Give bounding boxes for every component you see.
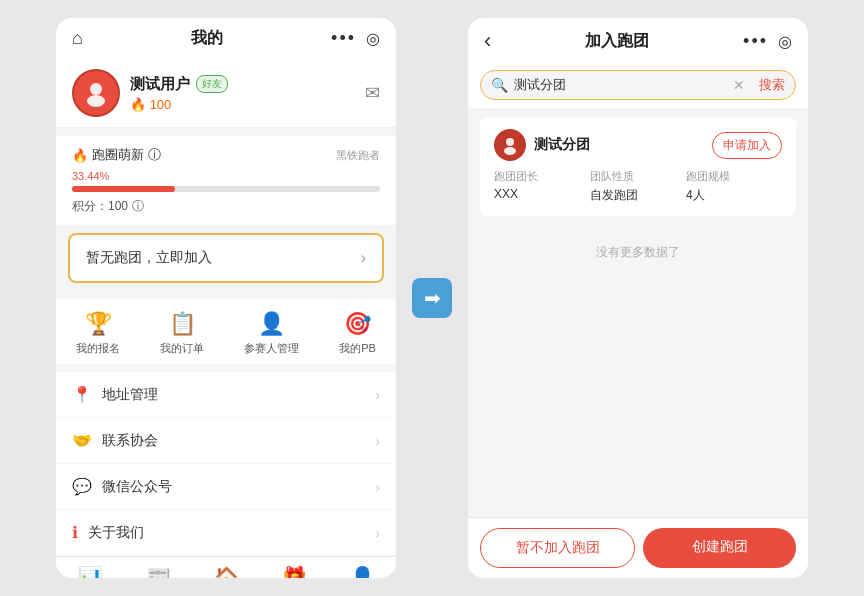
svg-point-1 bbox=[87, 95, 105, 107]
progress-bar-fill bbox=[72, 186, 175, 192]
my-orders[interactable]: 📋 我的订单 bbox=[160, 311, 204, 356]
left-title: 我的 bbox=[191, 28, 223, 49]
no-more-data: 没有更多数据了 bbox=[468, 244, 808, 261]
svg-point-2 bbox=[506, 138, 514, 146]
goods-icon: 🎁 bbox=[282, 565, 307, 578]
right-title: 加入跑团 bbox=[585, 31, 649, 52]
left-top-bar: ⌂ 我的 ••• ◎ bbox=[56, 18, 396, 57]
about-label: 关于我们 bbox=[88, 524, 144, 542]
nav-news[interactable]: 📰 资讯 bbox=[146, 565, 171, 578]
progress-bar-bg bbox=[72, 186, 380, 192]
back-icon[interactable]: ‹ bbox=[484, 28, 491, 54]
result-card: 测试分团 申请加入 跑团团长 XXX 团队性质 自发跑团 跑团规模 4人 bbox=[480, 117, 796, 216]
search-button[interactable]: 搜索 bbox=[759, 76, 785, 94]
friend-badge: 好友 bbox=[196, 75, 228, 93]
avatar[interactable] bbox=[72, 69, 120, 117]
svg-point-3 bbox=[504, 147, 516, 155]
my-pb[interactable]: 🎯 我的PB bbox=[339, 311, 376, 356]
arrow-icon-1: › bbox=[375, 433, 380, 449]
about-us[interactable]: ℹ 关于我们 › bbox=[56, 510, 396, 556]
right-top-bar: ‹ 加入跑团 ••• ◎ bbox=[468, 18, 808, 62]
profile-section: 测试用户 好友 🔥 100 ✉ bbox=[56, 57, 396, 128]
contact-label: 联系协会 bbox=[102, 432, 158, 450]
wechat-label: 微信公众号 bbox=[102, 478, 172, 496]
score-info-icon: ⓘ bbox=[132, 198, 144, 215]
nav-home-icon: 🏠 bbox=[214, 565, 239, 578]
running-sub: 黑铁跑者 bbox=[336, 148, 380, 163]
detail-col-2: 跑团规模 4人 bbox=[686, 169, 782, 204]
points-icon: 🔥 bbox=[130, 97, 146, 112]
home-icon[interactable]: ⌂ bbox=[72, 28, 83, 49]
right-target-icon[interactable]: ◎ bbox=[778, 32, 792, 51]
left-screen: ⌂ 我的 ••• ◎ 测试用户 好友 bbox=[56, 18, 396, 578]
clipboard-icon: 📋 bbox=[169, 311, 196, 337]
join-group-arrow: › bbox=[361, 249, 366, 267]
handshake-icon: 🤝 bbox=[72, 431, 92, 450]
detail-value-0: XXX bbox=[494, 187, 590, 201]
profile-points: 🔥 100 bbox=[130, 97, 228, 112]
arrow-icon-0: › bbox=[375, 387, 380, 403]
address-management[interactable]: 📍 地址管理 › bbox=[56, 372, 396, 418]
right-bottom-btns: 暂不加入跑团 创建跑团 bbox=[468, 517, 808, 578]
target-icon[interactable]: ◎ bbox=[366, 29, 380, 48]
nav-mine[interactable]: 👤 我的 bbox=[350, 565, 375, 578]
nav-home[interactable]: 🏠 首页 bbox=[214, 565, 239, 578]
participant-label: 参赛人管理 bbox=[244, 341, 299, 356]
icon-menu: 🏆 我的报名 📋 我的订单 👤 参赛人管理 🎯 我的PB bbox=[56, 299, 396, 364]
skip-join-button[interactable]: 暂不加入跑团 bbox=[480, 528, 635, 568]
message-icon[interactable]: ✉ bbox=[365, 82, 380, 104]
progress-pct: 33.44% bbox=[72, 170, 380, 182]
my-pb-label: 我的PB bbox=[339, 341, 376, 356]
result-avatar bbox=[494, 129, 526, 161]
join-group-text: 暂无跑团，立即加入 bbox=[86, 249, 212, 267]
detail-label-2: 跑团规模 bbox=[686, 169, 782, 184]
search-input[interactable]: 测试分团 bbox=[514, 76, 727, 94]
wechat-icon: 💬 bbox=[72, 477, 92, 496]
ranking-icon: 📊 bbox=[78, 565, 103, 578]
mine-icon: 👤 bbox=[350, 565, 375, 578]
my-orders-label: 我的订单 bbox=[160, 341, 204, 356]
avatar-inner bbox=[74, 71, 118, 115]
search-clear-icon[interactable]: ✕ bbox=[733, 77, 745, 93]
trophy-icon: 🏆 bbox=[85, 311, 112, 337]
apply-join-button[interactable]: 申请加入 bbox=[712, 132, 782, 159]
detail-value-2: 4人 bbox=[686, 187, 782, 204]
running-group-section: 🔥 跑圈萌新 ⓘ 黑铁跑者 33.44% 积分：100 ⓘ bbox=[56, 136, 396, 225]
search-bar: 🔍 测试分团 ✕ 搜索 bbox=[480, 70, 796, 100]
nav-ranking[interactable]: 📊 榜单 bbox=[78, 565, 103, 578]
news-icon: 📰 bbox=[146, 565, 171, 578]
address-label: 地址管理 bbox=[102, 386, 158, 404]
search-icon: 🔍 bbox=[491, 77, 508, 93]
create-group-button[interactable]: 创建跑团 bbox=[643, 528, 796, 568]
result-name: 测试分团 bbox=[534, 136, 590, 154]
detail-col-1: 团队性质 自发跑团 bbox=[590, 169, 686, 204]
nav-goods[interactable]: 🎁 好物 bbox=[282, 565, 307, 578]
my-registration-label: 我的报名 bbox=[76, 341, 120, 356]
right-screen: ‹ 加入跑团 ••• ◎ 🔍 测试分团 ✕ 搜索 测试分团 bbox=[468, 18, 808, 578]
arrow-icon-3: › bbox=[375, 525, 380, 541]
transition-arrow: ➡ bbox=[412, 278, 452, 318]
detail-value-1: 自发跑团 bbox=[590, 187, 686, 204]
list-menu: 📍 地址管理 › 🤝 联系协会 › 💬 微信公众号 › ℹ 关于我们 › bbox=[56, 372, 396, 556]
detail-label-1: 团队性质 bbox=[590, 169, 686, 184]
right-more-icon[interactable]: ••• bbox=[743, 31, 768, 52]
participant-management[interactable]: 👤 参赛人管理 bbox=[244, 311, 299, 356]
score-row: 积分：100 ⓘ bbox=[72, 198, 380, 215]
contact-association[interactable]: 🤝 联系协会 › bbox=[56, 418, 396, 464]
arrow-icon-2: › bbox=[375, 479, 380, 495]
more-icon[interactable]: ••• bbox=[331, 28, 356, 49]
my-registration[interactable]: 🏆 我的报名 bbox=[76, 311, 120, 356]
profile-name: 测试用户 bbox=[130, 75, 190, 94]
flame-icon: 🔥 bbox=[72, 148, 88, 163]
wechat-official[interactable]: 💬 微信公众号 › bbox=[56, 464, 396, 510]
info-icon: ⓘ bbox=[148, 146, 161, 164]
detail-col-0: 跑团团长 XXX bbox=[494, 169, 590, 204]
target-icon2: 🎯 bbox=[344, 311, 371, 337]
detail-label-0: 跑团团长 bbox=[494, 169, 590, 184]
join-group-banner[interactable]: 暂无跑团，立即加入 › bbox=[68, 233, 384, 283]
search-bar-container: 🔍 测试分团 ✕ 搜索 bbox=[468, 62, 808, 109]
bottom-nav: 📊 榜单 📰 资讯 🏠 首页 🎁 好物 👤 我的 bbox=[56, 556, 396, 578]
svg-point-0 bbox=[90, 83, 102, 95]
result-card-details: 跑团团长 XXX 团队性质 自发跑团 跑团规模 4人 bbox=[494, 169, 782, 204]
user-icon: 👤 bbox=[258, 311, 285, 337]
